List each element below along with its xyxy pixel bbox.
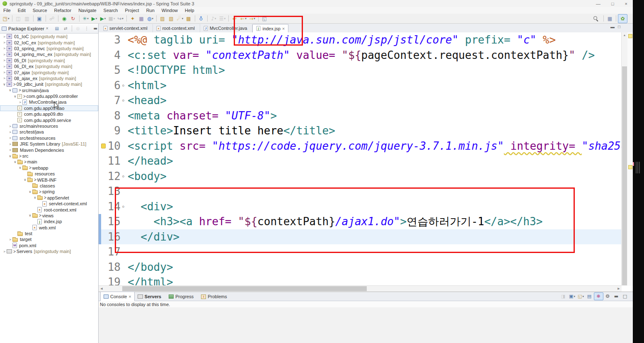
tree-item[interactable]: x web.xml [0,225,98,231]
separator[interactable] [72,25,72,32]
view-menu-icon[interactable]: ⋮ [82,25,91,32]
new-wizard-icon[interactable]: ◳▾ [2,15,10,23]
separator[interactable] [58,15,58,22]
tree-item[interactable]: > JRE System Library [JavaSE-11] [0,141,98,147]
stop-icon[interactable]: ■▾ [107,15,116,23]
tree-item[interactable]: + com.gdu.app09.dao [0,105,98,111]
settings-gear-icon[interactable]: ❂ [603,293,612,300]
fold-marker-icon[interactable]: ∘ [121,203,126,210]
chevron-icon[interactable]: > [2,46,7,50]
open-implementation-icon[interactable]: ▨ [158,15,167,23]
chevron-icon[interactable]: > [18,100,22,104]
boot-dashboard-icon[interactable]: ◉ [60,15,69,23]
console-list-icon[interactable]: ▤ [585,293,594,300]
menu-item[interactable]: Navigate [78,8,96,13]
tree-item[interactable]: ∨ > appServlet [0,195,98,201]
menu-item[interactable]: Search [104,8,118,13]
chevron-icon[interactable]: ∨ [13,160,17,164]
mic-icon[interactable]: ♪▾ [209,15,218,23]
code-text[interactable]: </div> [126,231,179,243]
code-text[interactable]: <body> [126,170,167,182]
maximize-panel-icon[interactable]: □ [621,293,629,300]
scroll-right-icon[interactable]: ▶ [616,286,622,292]
profile-icon[interactable]: ▶▾ [99,15,107,23]
code-text[interactable]: <title>Insert title here</title> [126,124,335,137]
dropdown-arrow-icon[interactable]: ▾ [245,17,247,20]
chevron-icon[interactable]: > [2,250,7,253]
last-edit-location-icon[interactable]: ↩ [230,15,239,23]
code-text[interactable]: <!DOCTYPE html> [126,64,225,76]
separator[interactable] [195,15,195,22]
separator[interactable] [33,15,34,22]
menu-item[interactable]: Run [146,8,155,13]
tree-item[interactable]: > M 04_spring_mvc_ex [springstudy main] [0,51,98,57]
plugin-icon[interactable]: ▦ [137,15,146,23]
dropdown-arrow-icon[interactable]: ▾ [104,17,106,20]
separator[interactable] [228,15,229,22]
tree-item[interactable]: ∨ > WEB-INF [0,177,98,182]
dropdown-arrow-icon[interactable]: ▾ [215,17,216,20]
tree-item[interactable]: > src/test/resources [0,135,98,141]
dropdown-arrow-icon[interactable]: ▾ [87,17,89,20]
chevron-icon[interactable]: > [2,35,7,39]
tree-item[interactable]: > target [0,236,98,242]
code-text[interactable]: <div> [126,200,173,213]
vertical-scrollbar-thumb[interactable] [622,66,627,285]
chevron-icon[interactable]: > [2,76,7,80]
tree-item[interactable]: > src/main/resources [0,123,98,129]
minimize-panel-icon[interactable]: ▬ [612,293,621,300]
menu-item[interactable]: Project [125,8,139,13]
dropdown-arrow-icon[interactable]: ▾ [114,17,115,20]
tree-item[interactable]: > M 08_ajax_ex [springstudy main] [0,75,98,81]
run-history-icon[interactable]: ↪▾ [116,15,125,23]
minimize-window-icon[interactable]: — [596,1,600,6]
code-text[interactable]: <html> [126,79,167,92]
back-icon[interactable]: ←▾ [239,15,248,23]
separator[interactable] [46,15,46,22]
dropdown-arrow-icon[interactable]: ▾ [122,17,123,20]
tab-problems[interactable]: !Problems [198,292,231,301]
tree-item[interactable]: > M 02_IoC_ex [springstudy main] [0,39,98,45]
code-text[interactable]: <head> [126,94,167,107]
restore-window-icon[interactable]: □ [611,1,614,6]
chevron-icon[interactable]: > [8,124,12,128]
tree-item[interactable]: j index.jsp [0,219,98,224]
open-console-icon[interactable]: ▣ [35,15,44,23]
chevron-icon[interactable]: ∨ [8,88,12,92]
warning-overview-marker[interactable] [628,165,632,169]
chevron-icon[interactable]: ∨ [33,196,37,199]
tree-item[interactable]: M pom.xml [0,243,98,248]
fold-marker-icon[interactable]: ∘ [121,97,126,104]
web-globe-icon[interactable]: ♁ [197,15,206,23]
fold-marker-icon[interactable]: ∘ [121,82,126,89]
dropdown-arrow-icon[interactable]: ▾ [574,295,575,298]
menu-item[interactable]: Help [185,8,194,13]
dropdown-arrow-icon[interactable]: ▾ [254,17,255,20]
chevron-icon[interactable]: ∨ [28,190,32,194]
code-text[interactable]: <h3><a href= "${contextPath}/ajax1.do">연… [126,214,542,229]
vertical-scrollbar[interactable]: ▲ [621,32,627,286]
save-icon[interactable]: ◫ [14,15,23,23]
tree-item[interactable]: ∨ > webapp [0,165,98,171]
search-flashlight-icon[interactable]: ☄▾ [176,15,184,23]
activate-console-icon[interactable]: ❋ [594,292,603,300]
pin-console-icon[interactable]: ◨ [559,293,568,300]
tree-item[interactable]: > J MvcController.java [0,99,98,105]
dropdown-arrow-icon[interactable]: ▾ [8,17,10,20]
dropdown-arrow-icon[interactable]: ▾ [96,17,97,20]
horizontal-scrollbar-thumb[interactable] [122,286,367,291]
open-perspective-icon[interactable]: ▦ [605,15,614,23]
tree-item[interactable]: + com.gdu.app09.service [0,117,98,123]
forward-icon[interactable]: →▾ [248,15,257,23]
chevron-icon[interactable]: > [2,53,7,56]
separator[interactable] [156,15,157,22]
menu-item[interactable]: Source [33,8,47,13]
tree-item[interactable]: x servlet-context.xml [0,201,98,207]
chevron-icon[interactable]: ∨ [23,178,27,182]
tree-item[interactable]: ∨ M > 09_jdbc_junit [springstudy main] [0,81,98,87]
chevron-icon[interactable]: ∨ [18,166,22,170]
menu-item[interactable]: Refactor [54,8,72,13]
tree-item[interactable]: > > Servers [springstudy main] [0,248,98,254]
chevron-icon[interactable]: ∨ [13,95,17,98]
tab-progress[interactable]: Progress [166,292,198,301]
